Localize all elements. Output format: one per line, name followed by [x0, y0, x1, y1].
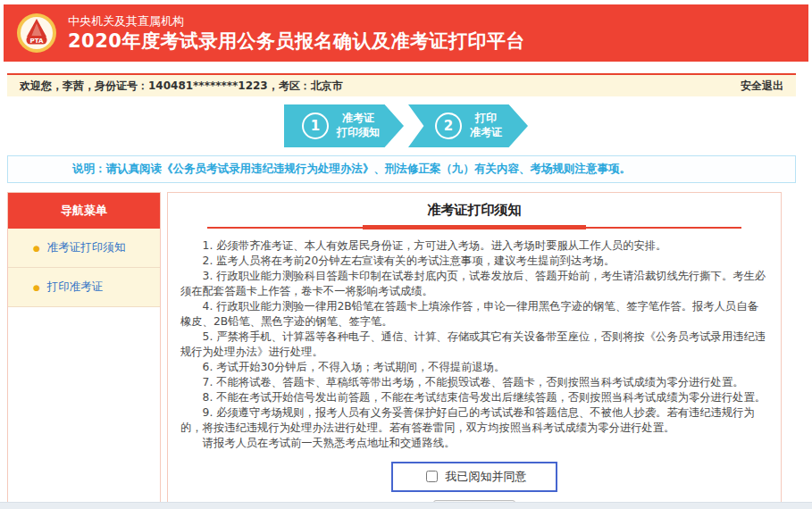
step-1-print-notice: 1 准考证 打印须知: [284, 104, 404, 147]
notice-paragraph: 4. 行政职业能力测验一律用2B铅笔在答题卡上填涂作答，申论一律用黑色字迹的钢笔…: [180, 299, 768, 330]
bullet-icon: ●: [33, 283, 40, 292]
step-2-print-ticket: 2 打印 准考证: [408, 104, 528, 147]
step-indicator: 1 准考证 打印须知 2 打印 准考证: [0, 104, 812, 147]
notice-paragraph: 2. 监考人员将在考前20分钟左右宣读有关的考试注意事项，建议考生提前到达考场。: [180, 254, 768, 269]
header-org-line: 中央机关及其直属机构: [68, 14, 525, 29]
step-1-label-line1: 准考证: [337, 112, 380, 126]
step-2-label: 打印 准考证: [470, 112, 502, 139]
logout-link[interactable]: 安全退出: [741, 79, 783, 94]
step-2-number: 2: [435, 113, 462, 139]
step-2-label-line2: 准考证: [470, 126, 502, 140]
sidebar-title: 导航菜单: [8, 193, 160, 229]
welcome-user-info: 欢迎您，李茜，身份证号：140481********1223，考区：北京市: [20, 79, 343, 94]
app-header: PTA 中央机关及其直属机构 2020年度考试录用公务员报名确认及准考证打印平台: [4, 4, 808, 62]
notice-banner: 说明：请认真阅读《公务员考试录用违纪违规行为处理办法》、刑法修正案（九）有关内容…: [7, 155, 796, 183]
notice-paragraph: 9. 必须遵守考场规则，报考人员有义务妥善保护好自己的考试试卷和答题信息、不被他…: [180, 405, 768, 436]
step-1-label: 准考证 打印须知: [337, 112, 380, 139]
svg-text:PTA: PTA: [30, 38, 44, 45]
step-2-label-line1: 打印: [470, 112, 502, 126]
agreement-box: 我已阅知并同意: [391, 462, 557, 492]
notice-paragraphs: 1. 必须带齐准考证、本人有效居民身份证，方可进入考场。进入考场时要服从工作人员…: [180, 238, 768, 451]
step-1-number: 1: [302, 113, 329, 139]
notice-paragraph: 请报考人员在考试前一天熟悉考点地址和交通路线。: [180, 436, 768, 451]
main-panel-title: 准考证打印须知: [180, 202, 768, 225]
main-panel: 准考证打印须知 1. 必须带齐准考证、本人有效居民身份证，方可进入考场。进入考场…: [167, 192, 782, 509]
welcome-bar: 欢迎您，李茜，身份证号：140481********1223，考区：北京市 安全…: [7, 73, 796, 96]
notice-paragraph: 7. 不能将试卷、答题卡、草稿纸等带出考场，不能损毁试卷、答题卡，否则按照当科考…: [180, 375, 768, 390]
step-1-label-line2: 打印须知: [337, 126, 380, 140]
notice-paragraph: 1. 必须带齐准考证、本人有效居民身份证，方可进入考场。进入考场时要服从工作人员…: [180, 238, 768, 254]
nav-sidebar: 导航菜单 ● 准考证打印须知 ● 打印准考证: [7, 192, 161, 509]
sidebar-item-print-ticket[interactable]: ● 打印准考证: [8, 268, 160, 307]
notice-paragraph: 3. 行政职业能力测验科目答题卡印制在试卷封底内页，试卷发放后、答题开始前，考生…: [180, 269, 768, 299]
agreement-checkbox[interactable]: [426, 471, 438, 482]
agreement-label[interactable]: 我已阅知并同意: [446, 469, 527, 485]
content-area: 导航菜单 ● 准考证打印须知 ● 打印准考证 准考证打印须知 1. 必须带齐准考…: [7, 192, 782, 509]
sidebar-item-print-notice[interactable]: ● 准考证打印须知: [8, 229, 160, 268]
notice-paragraph: 6. 考试开始30分钟后，不得入场；考试期间，不得提前退场。: [180, 360, 768, 375]
notice-paragraph: 5. 严禁将手机、计算器等各种电子、通信、计算、存储或其它有关设备带至座位，否则…: [180, 330, 768, 360]
page-title: 2020年度考试录用公务员报名确认及准考证打印平台: [68, 31, 525, 52]
footer-bar: [0, 502, 812, 509]
notice-paragraph: 8. 不能在考试开始信号发出前答题，不能在考试结束信号发出后继续答题，否则按照当…: [180, 390, 768, 405]
sidebar-item-label: 打印准考证: [47, 280, 104, 295]
bullet-icon: ●: [33, 244, 40, 253]
title-divider: [207, 225, 741, 229]
sidebar-item-label: 准考证打印须知: [47, 240, 126, 255]
platform-logo-icon: PTA: [16, 13, 57, 54]
